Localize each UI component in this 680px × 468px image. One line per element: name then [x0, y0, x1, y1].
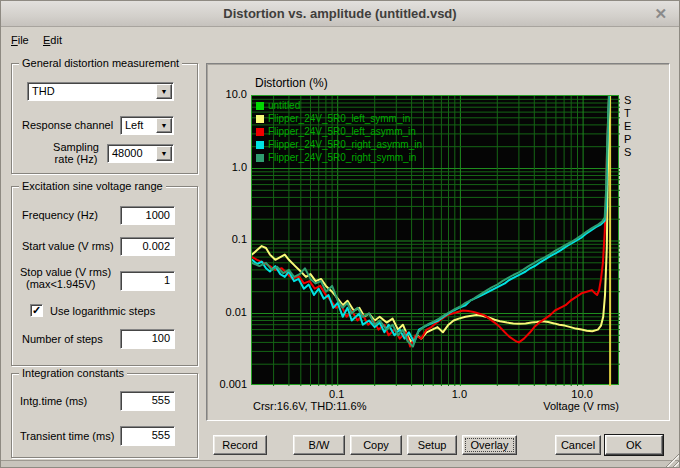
cursor-readout: Crsr:16.6V, THD:11.6%	[253, 400, 367, 412]
sampling-rate-select[interactable]: 48000 ▼	[107, 144, 174, 163]
frequency-field[interactable]: 1000	[120, 206, 175, 225]
start-value-label: Start value (V rms)	[22, 240, 114, 252]
overlay-button[interactable]: Overlay	[462, 435, 517, 455]
chart-panel: Distortion (%) untitledFlipper_24V_5R0_l…	[206, 63, 670, 421]
legend-label: Flipper_24V_5R0_right_asymm_in	[268, 139, 422, 150]
sampling-rate-label: Sampling rate (Hz)	[47, 141, 105, 165]
x-axis-label: Voltage (V rms)	[457, 400, 619, 412]
resize-grip[interactable]	[663, 451, 679, 467]
log-steps-checkbox[interactable]: ✓	[30, 304, 43, 317]
window-title: Distortion vs. amplitude (untitled.vsd)	[223, 6, 456, 21]
frequency-label: Frequency (Hz)	[22, 209, 98, 221]
ok-button[interactable]: OK	[605, 435, 663, 455]
chevron-down-icon[interactable]: ▼	[156, 118, 172, 133]
x-tick-label: 10.0	[562, 388, 602, 400]
legend-swatch	[256, 115, 264, 123]
response-channel-value: Left	[125, 119, 143, 131]
cancel-button[interactable]: Cancel	[555, 435, 601, 455]
num-steps-field[interactable]: 100	[120, 329, 175, 349]
copy-button[interactable]: Copy	[350, 435, 402, 455]
legend-swatch	[256, 141, 264, 149]
y-tick-label: 0.1	[207, 233, 247, 245]
group-integration: Integration constants Intg.time (ms) 555…	[11, 373, 198, 458]
intg-time-label: Intg.time (ms)	[20, 395, 87, 407]
y-tick-label: 0.001	[207, 378, 247, 390]
intg-time-field[interactable]: 555	[120, 391, 175, 411]
group-general-title: General distortion measurement	[19, 57, 182, 69]
measurement-type-select[interactable]: THD ▼	[27, 82, 174, 101]
group-integration-title: Integration constants	[19, 367, 127, 379]
x-tick-label: 0.1	[317, 388, 357, 400]
record-button[interactable]: Record	[213, 435, 267, 455]
group-excitation-title: Excitation sine voltage range	[19, 180, 166, 192]
log-steps-label: Use logarithmic steps	[50, 305, 155, 317]
legend-item: Flipper_24V_5R0_right_symm_in	[256, 151, 422, 164]
legend-swatch	[256, 102, 264, 110]
legend-swatch	[256, 154, 264, 162]
group-excitation: Excitation sine voltage range Frequency …	[11, 186, 198, 366]
legend-item: Flipper_24V_5R0_right_asymm_in	[256, 138, 422, 151]
close-icon[interactable]: ✕	[654, 5, 667, 23]
stop-value-label: Stop value (V rms) (max<1.945V)	[20, 266, 111, 290]
legend-item: Flipper_24V_5R0_left_asymm_in	[256, 125, 422, 138]
dialog-window: Distortion vs. amplitude (untitled.vsd) …	[0, 0, 680, 468]
chevron-down-icon[interactable]: ▼	[156, 84, 172, 99]
chevron-down-icon[interactable]: ▼	[156, 146, 172, 161]
group-general-distortion: General distortion measurement THD ▼ Res…	[11, 63, 198, 174]
x-tick-label: 1.0	[439, 388, 479, 400]
legend-swatch	[256, 128, 264, 136]
plot-legend: untitledFlipper_24V_5R0_left_symm_inFlip…	[256, 99, 422, 164]
response-channel-select[interactable]: Left ▼	[120, 116, 174, 135]
menu-file[interactable]: File	[7, 32, 33, 48]
title-bar[interactable]: Distortion vs. amplitude (untitled.vsd) …	[1, 1, 679, 27]
num-steps-label: Number of steps	[22, 333, 103, 345]
legend-label: untitled	[268, 100, 300, 111]
stop-value-field[interactable]: 1	[120, 271, 175, 291]
legend-label: Flipper_24V_5R0_left_symm_in	[268, 113, 410, 124]
sampling-rate-value: 48000	[112, 147, 143, 159]
y-tick-label: 0.01	[207, 306, 247, 318]
transient-time-field[interactable]: 555	[120, 426, 175, 446]
steps-vertical-label: S T E P S	[624, 94, 631, 159]
chart-title: Distortion (%)	[255, 76, 328, 90]
transient-time-label: Transient time (ms)	[20, 430, 114, 442]
legend-item: untitled	[256, 99, 422, 112]
legend-item: Flipper_24V_5R0_left_symm_in	[256, 112, 422, 125]
distortion-plot[interactable]: untitledFlipper_24V_5R0_left_symm_inFlip…	[251, 95, 619, 385]
setup-button[interactable]: Setup	[407, 435, 457, 455]
window-bottom-edge	[1, 460, 679, 467]
start-value-field[interactable]: 0.002	[120, 237, 175, 256]
measurement-type-value: THD	[32, 85, 55, 97]
bw-button[interactable]: B/W	[293, 435, 345, 455]
y-tick-label: 10.0	[207, 88, 247, 100]
legend-label: Flipper_24V_5R0_right_symm_in	[268, 152, 416, 163]
menu-bar: File Edit	[1, 27, 679, 51]
response-channel-label: Response channel	[22, 119, 113, 131]
menu-edit[interactable]: Edit	[39, 32, 66, 48]
legend-label: Flipper_24V_5R0_left_asymm_in	[268, 126, 416, 137]
y-tick-label: 1.0	[207, 161, 247, 173]
